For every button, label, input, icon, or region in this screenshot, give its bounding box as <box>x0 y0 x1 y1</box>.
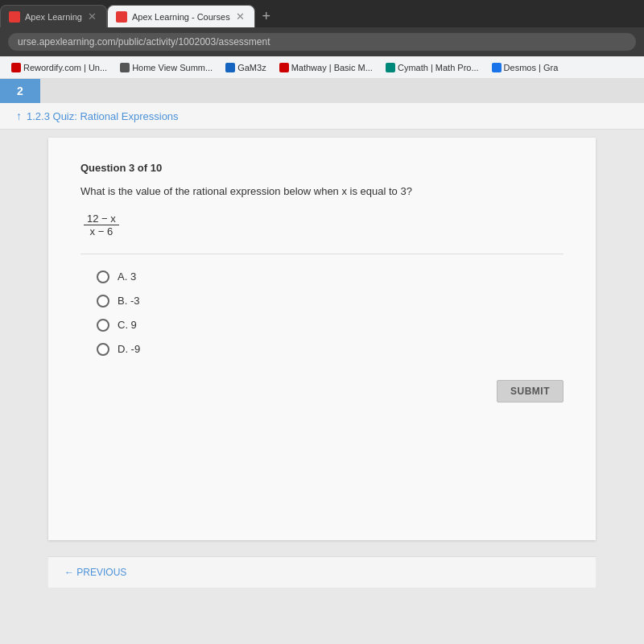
radio-d[interactable] <box>97 343 109 356</box>
bookmark-mathway-label: Mathway | Basic M... <box>291 63 373 72</box>
bookmark-rewordify-icon <box>11 63 21 72</box>
bookmark-cymath[interactable]: Cymath | Math Pro... <box>381 61 484 74</box>
radio-a[interactable] <box>97 270 109 283</box>
page-number-badge: 2 <box>0 79 40 103</box>
page-top-bar: 2 <box>0 79 644 103</box>
bookmark-gam3z[interactable]: GaM3z <box>221 61 270 74</box>
bookmark-mathway-icon <box>279 63 289 72</box>
breadcrumb-back-icon[interactable]: ↑ <box>16 109 22 122</box>
submit-button[interactable]: SUBMIT <box>497 380 564 402</box>
bookmark-homeview[interactable]: Home View Summ... <box>115 61 217 74</box>
options-container: A. 3 B. -3 C. 9 D. -9 <box>80 270 564 356</box>
browser-chrome: Apex Learning ✕ Apex Learning - Courses … <box>0 0 644 79</box>
fraction-numerator: 12 − x <box>84 213 119 225</box>
question-counter: Question 3 of 10 <box>80 162 564 174</box>
tab2-close-button[interactable]: ✕ <box>235 10 246 23</box>
breadcrumb-text: 1.2.3 Quiz: Rational Expressions <box>27 110 179 122</box>
tab-bar: Apex Learning ✕ Apex Learning - Courses … <box>0 0 644 27</box>
bookmark-gam3z-label: GaM3z <box>237 63 266 72</box>
bookmark-cymath-icon <box>386 63 395 72</box>
new-tab-button[interactable]: + <box>255 5 278 27</box>
breadcrumb-bar: ↑ 1.2.3 Quiz: Rational Expressions <box>0 103 644 130</box>
option-b[interactable]: B. -3 <box>97 295 564 308</box>
option-d-label: D. -9 <box>118 343 140 355</box>
bookmarks-bar: Rewordify.com | Un... Home View Summ... … <box>0 56 644 79</box>
bottom-nav-wrapper: ← PREVIOUS <box>0 556 644 588</box>
option-a[interactable]: A. 3 <box>97 270 564 283</box>
quiz-container: Question 3 of 10 What is the value of th… <box>48 138 596 540</box>
option-b-label: B. -3 <box>118 295 139 307</box>
quiz-outer-wrapper: Question 3 of 10 What is the value of th… <box>0 130 644 540</box>
fraction: 12 − x x − 6 <box>84 213 119 237</box>
tab1-close-button[interactable]: ✕ <box>87 10 98 23</box>
expression-container: 12 − x x − 6 <box>84 213 564 237</box>
tab-apex-learning-courses[interactable]: Apex Learning - Courses ✕ <box>107 5 255 27</box>
bookmark-rewordify[interactable]: Rewordify.com | Un... <box>6 61 112 74</box>
tab1-favicon <box>9 11 20 23</box>
bookmark-homeview-label: Home View Summ... <box>132 63 213 72</box>
option-c[interactable]: C. 9 <box>97 319 564 332</box>
option-a-label: A. 3 <box>118 270 136 283</box>
bookmark-desmos[interactable]: Desmos | Gra <box>487 61 564 74</box>
tab2-label: Apex Learning - Courses <box>132 12 230 22</box>
submit-area: SUBMIT <box>80 380 564 402</box>
bookmark-desmos-icon <box>492 63 502 72</box>
bookmark-mathway[interactable]: Mathway | Basic M... <box>275 61 378 74</box>
bookmark-gam3z-icon <box>225 63 235 72</box>
radio-c[interactable] <box>97 319 109 332</box>
bookmark-cymath-label: Cymath | Math Pro... <box>398 63 479 72</box>
address-bar <box>0 27 644 56</box>
radio-b[interactable] <box>97 295 109 308</box>
address-input[interactable] <box>8 33 636 51</box>
bookmark-homeview-icon <box>120 63 130 72</box>
previous-label: ← PREVIOUS <box>64 567 126 578</box>
new-tab-icon: + <box>262 8 270 25</box>
option-d[interactable]: D. -9 <box>97 343 564 356</box>
tab2-favicon <box>116 11 127 23</box>
bookmark-rewordify-label: Rewordify.com | Un... <box>23 63 107 72</box>
tab1-label: Apex Learning <box>25 12 82 22</box>
previous-nav[interactable]: ← PREVIOUS <box>48 556 596 588</box>
divider <box>80 254 564 254</box>
page-content: 2 ↑ 1.2.3 Quiz: Rational Expressions Que… <box>0 79 644 644</box>
option-c-label: C. 9 <box>118 319 137 331</box>
question-text: What is the value of the rational expres… <box>80 184 564 200</box>
bookmark-desmos-label: Desmos | Gra <box>504 63 559 72</box>
fraction-denominator: x − 6 <box>87 225 117 237</box>
tab-apex-learning[interactable]: Apex Learning ✕ <box>0 5 107 27</box>
